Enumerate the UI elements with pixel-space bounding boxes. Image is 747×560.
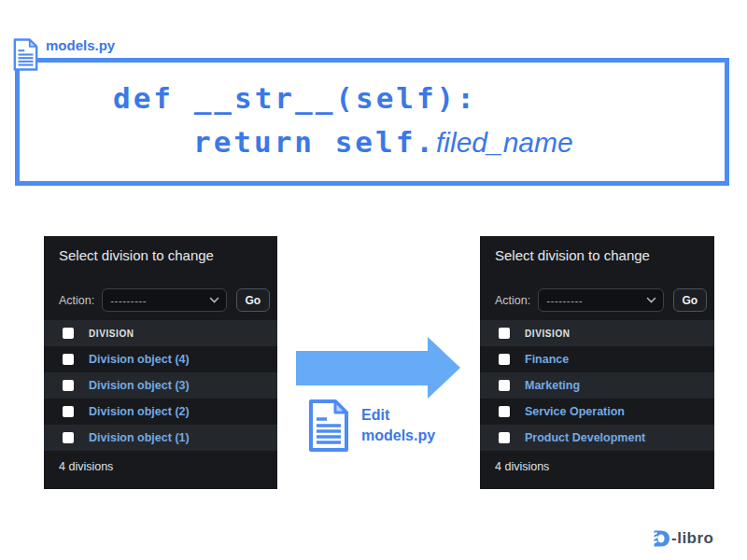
code-line-1: def __str__(self):	[113, 81, 477, 115]
action-row: Action: --------- Go	[495, 288, 707, 312]
table-row: Division object (2)	[44, 399, 277, 425]
table-row: Marketing	[480, 372, 714, 399]
action-select[interactable]: ---------	[538, 288, 663, 312]
edit-step-line1: Edit	[361, 405, 435, 426]
row-link[interactable]: Division object (4)	[89, 353, 190, 366]
table-row: Service Operation	[480, 399, 714, 425]
select-all-checkbox[interactable]	[63, 328, 74, 339]
logo-d-icon	[651, 529, 670, 548]
row-checkbox[interactable]	[499, 432, 510, 443]
admin-panel-before: Select division to change Action: ------…	[44, 236, 277, 489]
edit-step-line2: models.py	[361, 426, 435, 446]
file-tag-label: models.py	[46, 37, 115, 53]
table-row: Product Development	[480, 425, 714, 451]
table-row: Division object (3)	[44, 372, 277, 399]
transition-arrow	[296, 351, 428, 385]
admin-panel-after: Select division to change Action: ------…	[480, 236, 714, 489]
column-header: DIVISION	[525, 329, 571, 339]
document-icon	[308, 398, 349, 454]
chevron-down-icon	[646, 297, 656, 304]
page-title: Select division to change	[495, 247, 650, 263]
row-link[interactable]: Division object (1)	[89, 431, 190, 444]
go-button[interactable]: Go	[673, 288, 708, 312]
row-count-label: 4 divisions	[59, 460, 113, 473]
row-checkbox[interactable]	[499, 380, 510, 391]
row-link[interactable]: Division object (3)	[89, 379, 190, 392]
code-line-2: return self.filed_name	[193, 125, 573, 159]
row-link[interactable]: Marketing	[525, 379, 580, 392]
document-icon	[13, 35, 38, 74]
action-row: Action: --------- Go	[59, 288, 270, 312]
code-line-2-field: filed_name	[436, 127, 573, 158]
table-row: Division object (1)	[44, 425, 277, 451]
row-checkbox[interactable]	[499, 406, 510, 417]
row-checkbox[interactable]	[63, 354, 74, 365]
page-title: Select division to change	[59, 247, 214, 263]
result-table: DIVISION Finance Marketing Service Opera…	[480, 320, 714, 451]
result-table: DIVISION Division object (4) Division ob…	[44, 320, 277, 451]
row-link[interactable]: Service Operation	[525, 405, 625, 418]
edit-step: Edit models.py	[308, 398, 435, 454]
table-row: Division object (4)	[44, 346, 277, 372]
transition-arrow-head	[428, 337, 460, 399]
file-tag: models.py	[13, 35, 115, 74]
logo-text: -libro	[671, 529, 714, 548]
edit-step-label: Edit models.py	[361, 405, 435, 454]
row-checkbox[interactable]	[63, 380, 74, 391]
action-label: Action:	[59, 294, 94, 307]
row-link[interactable]: Product Development	[525, 431, 645, 444]
table-row: Finance	[480, 346, 714, 372]
row-link[interactable]: Finance	[525, 353, 569, 366]
row-checkbox[interactable]	[499, 354, 510, 365]
column-header: DIVISION	[89, 329, 134, 339]
action-label: Action:	[495, 294, 530, 307]
table-header-row: DIVISION	[480, 320, 714, 346]
action-select-value: ---------	[110, 295, 147, 306]
row-link[interactable]: Division object (2)	[89, 405, 190, 418]
select-all-checkbox[interactable]	[499, 328, 510, 339]
code-frame: def __str__(self): return self.filed_nam…	[15, 58, 729, 186]
brand-logo: -libro	[651, 529, 714, 548]
go-button[interactable]: Go	[236, 288, 270, 312]
action-select[interactable]: ---------	[102, 288, 227, 312]
action-select-value: ---------	[546, 295, 583, 306]
code-line-2-code: return self.	[193, 125, 436, 159]
chevron-down-icon	[209, 297, 219, 304]
row-checkbox[interactable]	[63, 432, 74, 443]
row-count-label: 4 divisions	[495, 460, 549, 473]
row-checkbox[interactable]	[63, 406, 74, 417]
table-header-row: DIVISION	[44, 320, 277, 346]
